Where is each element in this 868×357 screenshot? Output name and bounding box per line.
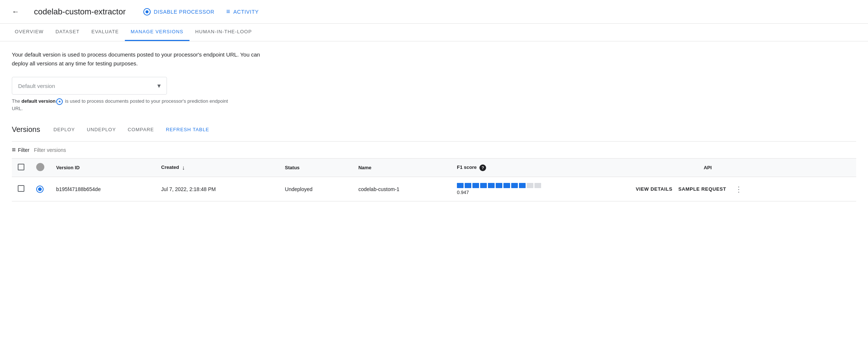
tab-dataset[interactable]: DATASET [49, 23, 85, 41]
hint-bold: default version [21, 98, 55, 104]
row-created: Jul 7, 2022, 2:18:48 PM [155, 177, 279, 201]
f1-bar [457, 183, 624, 188]
tab-manage-versions[interactable]: MANAGE VERSIONS [125, 23, 189, 41]
top-bar: ← codelab-custom-extractor DISABLE PROCE… [0, 0, 868, 24]
row-f1-score: 0.947 [451, 177, 630, 201]
row-radio-cell [30, 177, 50, 201]
versions-title: Versions [12, 125, 40, 134]
disable-processor-icon [143, 8, 151, 16]
header-name: Name [352, 159, 451, 177]
tab-evaluate[interactable]: EVALUATE [85, 23, 124, 41]
header-api: API [630, 159, 856, 177]
table-header-row: Version ID Created ↓ Status Name F1 scor… [12, 159, 856, 177]
back-arrow-icon: ← [12, 7, 19, 16]
view-details-button[interactable]: VIEW DETAILS [636, 186, 672, 192]
header-status: Status [279, 159, 352, 177]
versions-table: Version ID Created ↓ Status Name F1 scor… [12, 159, 856, 201]
header-created[interactable]: Created ↓ [155, 159, 279, 177]
default-version-hint: The default version★ is used to process … [12, 98, 233, 112]
f1-score-container: 0.947 [457, 183, 624, 195]
row-api-cell: VIEW DETAILS SAMPLE REQUEST ⋮ [630, 177, 856, 201]
dropdown-container: Default version ▾ The default version★ i… [12, 77, 856, 112]
star-badge-icon: ★ [56, 98, 63, 105]
disable-processor-button[interactable]: DISABLE PROCESSOR [143, 8, 214, 16]
filter-icon-group: ≡ Filter [12, 146, 30, 154]
back-button[interactable]: ← [9, 4, 22, 19]
filter-bar: ≡ Filter [12, 141, 856, 159]
header-checkbox-cell [12, 159, 30, 177]
top-actions: DISABLE PROCESSOR ≡ ACTIVITY [143, 8, 259, 16]
radio-inner-dot [38, 187, 42, 191]
sample-request-button[interactable]: SAMPLE REQUEST [678, 186, 726, 192]
chevron-down-icon: ▾ [157, 82, 161, 90]
header-status-circle-icon [36, 163, 44, 171]
row-status: Undeployed [279, 177, 352, 201]
header-version-id: Version ID [50, 159, 155, 177]
row-actions: VIEW DETAILS SAMPLE REQUEST ⋮ [636, 183, 850, 195]
description-text: Your default version is used to process … [12, 50, 263, 68]
header-f1-score: F1 score ? [451, 159, 630, 177]
row-name: codelab-custom-1 [352, 177, 451, 201]
more-options-button[interactable]: ⋮ [732, 183, 745, 195]
deploy-button[interactable]: DEPLOY [49, 124, 79, 135]
versions-header: Versions DEPLOY UNDEPLOY COMPARE REFRESH… [12, 124, 856, 141]
activity-button[interactable]: ≡ ACTIVITY [226, 8, 259, 16]
table-container: Version ID Created ↓ Status Name F1 scor… [12, 159, 856, 201]
refresh-table-button[interactable]: REFRESH TABLE [161, 124, 214, 135]
row-radio-button[interactable] [36, 186, 44, 193]
tab-overview[interactable]: OVERVIEW [9, 23, 49, 41]
activity-icon: ≡ [226, 8, 230, 16]
page-title: codelab-custom-extractor [34, 7, 126, 17]
tabs-bar: OVERVIEW DATASET EVALUATE MANAGE VERSION… [0, 24, 868, 41]
filter-lines-icon: ≡ [12, 146, 16, 154]
filter-label: Filter [18, 147, 30, 153]
f1-score-value: 0.947 [457, 190, 624, 195]
help-icon[interactable]: ? [479, 164, 486, 171]
row-checkbox-cell [12, 177, 30, 201]
header-radio-col [30, 159, 50, 177]
sort-desc-icon: ↓ [182, 164, 185, 171]
tab-human-in-the-loop[interactable]: HUMAN-IN-THE-LOOP [189, 23, 258, 41]
main-content: Your default version is used to process … [0, 41, 868, 210]
table-row: b195f47188b654de Jul 7, 2022, 2:18:48 PM… [12, 177, 856, 201]
default-version-dropdown[interactable]: Default version ▾ [12, 77, 167, 95]
select-all-checkbox[interactable] [18, 164, 24, 170]
versions-actions: DEPLOY UNDEPLOY COMPARE REFRESH TABLE [49, 124, 214, 135]
filter-input[interactable] [34, 147, 108, 153]
compare-button[interactable]: COMPARE [123, 124, 158, 135]
dropdown-placeholder: Default version [18, 83, 55, 89]
undeploy-button[interactable]: UNDEPLOY [82, 124, 120, 135]
row-version-id: b195f47188b654de [50, 177, 155, 201]
row-checkbox[interactable] [18, 185, 24, 192]
